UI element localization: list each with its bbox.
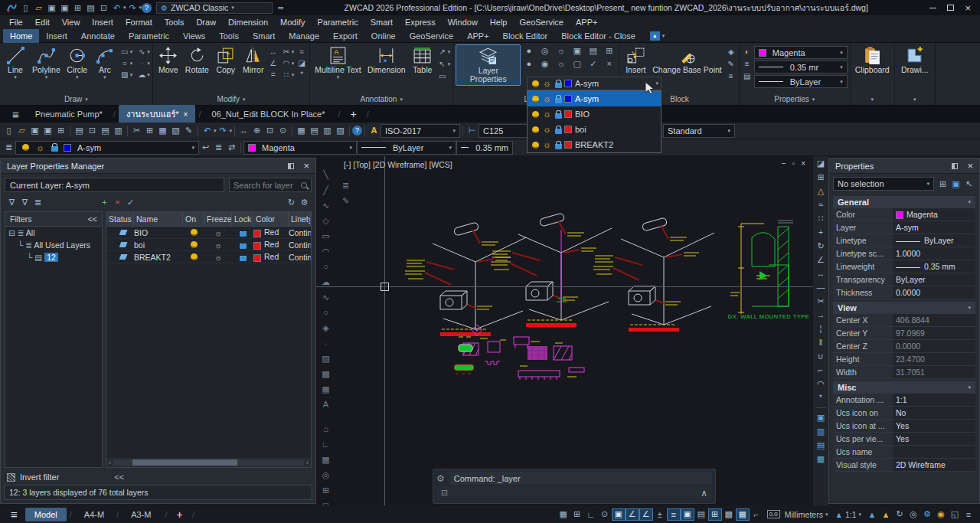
menu-item-format[interactable]: Format — [119, 16, 158, 28]
layer-translate-icon[interactable]: ⇄ — [225, 142, 238, 154]
array-icon[interactable]: ∷▾ — [281, 70, 295, 80]
prop-value-linetype-sc[interactable]: 1.0000 — [893, 247, 975, 260]
selection-cycling-icon[interactable]: ▤ — [694, 508, 708, 521]
trim-icon[interactable]: ✂ — [815, 296, 828, 307]
auto-hide-pin-icon[interactable] — [288, 163, 294, 169]
array-icon[interactable]: ∷ — [815, 213, 828, 224]
text-style-select[interactable]: ISO-2017▾ — [381, 124, 460, 138]
viewports-icon[interactable]: ▦ — [295, 125, 308, 137]
delete-layer-icon[interactable]: × — [111, 196, 124, 208]
menu-item-edit[interactable]: Edit — [29, 16, 56, 28]
workspace-switch-icon[interactable]: ⌐ — [750, 508, 763, 521]
rotate-icon[interactable]: ↻ — [815, 240, 828, 252]
revision-cloud-icon[interactable]: ☁ — [319, 276, 332, 288]
layer-freeze-toggle[interactable]: ☼ — [204, 240, 232, 250]
prop-value-center-x[interactable]: 406.8844 — [893, 314, 975, 326]
viewport-close-icon[interactable]: × — [801, 159, 805, 168]
props-section-general[interactable]: General▾ — [833, 196, 975, 208]
layer-linetype[interactable]: Continuous — [289, 253, 311, 262]
new-layout-button[interactable]: + — [172, 508, 187, 521]
copy-button[interactable]: Copy — [213, 44, 239, 76]
open-icon[interactable]: ▱ — [15, 125, 28, 137]
ellipse-icon[interactable]: ○ — [319, 306, 332, 319]
ribbon-tab-views[interactable]: Views — [176, 29, 212, 43]
full-screen-icon[interactable]: ◱ — [948, 508, 962, 521]
viewport-edit-icon[interactable]: ✎ — [339, 194, 352, 207]
column-header-status[interactable]: Status — [106, 212, 134, 226]
copy-icon[interactable]: ⊞ — [815, 172, 828, 183]
mirror-button[interactable]: Mirror — [240, 44, 266, 76]
select-objects-icon[interactable]: ▣ — [949, 178, 962, 190]
annotation-scale-icon[interactable]: ▲ — [865, 508, 879, 521]
filter-all-used-layers[interactable]: └ ≣ All Used Layers — [5, 239, 102, 251]
transparency-toggle-icon[interactable]: ▩ — [722, 508, 736, 521]
ribbon-tab-block-editor-close[interactable]: Block Editor - Close — [554, 29, 642, 43]
copy-clip-icon[interactable]: ⊞ — [71, 2, 84, 14]
invert-filter-checkbox[interactable] — [7, 473, 15, 482]
cut-icon[interactable]: ✂ — [130, 125, 143, 137]
props-section-misc[interactable]: Misc▾ — [833, 381, 975, 394]
grid-snap-icon[interactable]: ⊞ — [570, 508, 584, 521]
layer-on-icon[interactable]: ● — [522, 57, 535, 70]
command-input-row[interactable]: ⊡ ∧ — [436, 486, 712, 499]
change-base-point-button[interactable]: Change Base Point — [650, 44, 724, 76]
close-tab-icon[interactable]: × — [184, 110, 188, 119]
paste-special-icon[interactable]: ▧ — [169, 125, 182, 137]
snap-settings-icon[interactable]: ⊞ — [319, 484, 332, 496]
maximize-button[interactable] — [947, 5, 954, 11]
command-line[interactable]: Command: _layer — [449, 472, 712, 485]
lpm-title-bar[interactable]: Layer Properties Manager × — [1, 159, 315, 174]
polyline-icon[interactable]: ∿ — [319, 199, 332, 211]
layer-states-icon[interactable]: ≣ — [212, 142, 225, 154]
menu-item-file[interactable]: File — [3, 16, 29, 28]
move-icon[interactable]: + — [815, 227, 828, 238]
settings-gear-icon[interactable]: ⚙ — [920, 508, 934, 521]
prop-value-ucs-icon-on[interactable]: No — [893, 407, 975, 419]
visual-style-toggle-icon[interactable]: ▣ — [681, 508, 694, 521]
menu-item-geoservice[interactable]: GeoService — [513, 16, 569, 28]
layer-match-icon[interactable]: ✓ — [586, 57, 599, 70]
rotate-button[interactable]: Rotate — [183, 44, 211, 76]
new-icon[interactable]: ▯ — [19, 2, 32, 14]
help-icon[interactable]: ? — [142, 3, 152, 13]
props-section-view[interactable]: View▾ — [833, 302, 975, 314]
spline-icon[interactable]: ∿▾ — [136, 47, 150, 57]
polyline-button[interactable]: Polyline▾ — [30, 44, 63, 82]
match-properties-icon[interactable]: ✎ — [182, 125, 195, 137]
offset-icon[interactable]: ≈ — [815, 199, 828, 211]
hatch-icon[interactable]: ▨ — [319, 352, 332, 364]
properties-panel-label[interactable]: Properties▾ — [742, 93, 848, 105]
filter-all[interactable]: ⊟ ≣ All — [5, 227, 102, 239]
layer-color-cell[interactable]: Red — [253, 240, 289, 249]
attribute-manager-icon[interactable]: ≡ — [726, 71, 737, 81]
help-icon[interactable]: ? — [352, 126, 362, 136]
explode-icon[interactable]: * — [815, 392, 828, 404]
table-style-select[interactable]: Standard▾ — [663, 124, 735, 138]
layer-freeze-icon[interactable]: ☼ — [554, 44, 567, 57]
workspace-settings-icon[interactable]: ≂ — [274, 2, 287, 14]
prop-value-thickness[interactable]: 0.0000 — [893, 286, 975, 299]
menu-item-view[interactable]: View — [56, 16, 87, 28]
edit-block-icon[interactable]: ✎ — [726, 59, 737, 69]
ribbon-tab-insert[interactable]: Insert — [39, 29, 74, 43]
layout-tab-a3-m[interactable]: A3-M — [122, 508, 160, 521]
ribbon-collapse-icon[interactable]: ▾ — [662, 33, 665, 39]
layer-option-a-sym[interactable]: ☼A-sym — [528, 91, 661, 106]
column-header-color[interactable]: Color — [253, 212, 289, 226]
layer-on-toggle[interactable] — [183, 241, 204, 248]
annotation-visibility-icon[interactable]: ▦ — [736, 508, 750, 521]
new-layer-icon[interactable]: + — [98, 196, 111, 208]
scroll-right-icon[interactable]: › — [306, 459, 309, 466]
prop-value-layer[interactable]: A-sym — [893, 221, 975, 234]
zoom-realtime-icon[interactable]: ⊕ — [250, 125, 263, 137]
new-document-tab-button[interactable]: + — [346, 108, 361, 120]
layer-isolate-icon[interactable]: ◎ — [538, 44, 551, 57]
annotation-panel-label[interactable]: Annotation▾ — [312, 93, 450, 105]
layer-on-toggle[interactable] — [183, 253, 204, 260]
mtext-icon[interactable]: A — [319, 398, 332, 410]
chamfer-icon[interactable]: ⌐ — [815, 364, 828, 376]
prop-value-ucs-icon-at[interactable]: Yes — [893, 420, 975, 432]
plot-icon[interactable]: ▤ — [99, 125, 112, 137]
ribbon-tab-block-editor[interactable]: Block Editor — [496, 29, 555, 43]
scrollbar-track[interactable] — [113, 459, 304, 466]
